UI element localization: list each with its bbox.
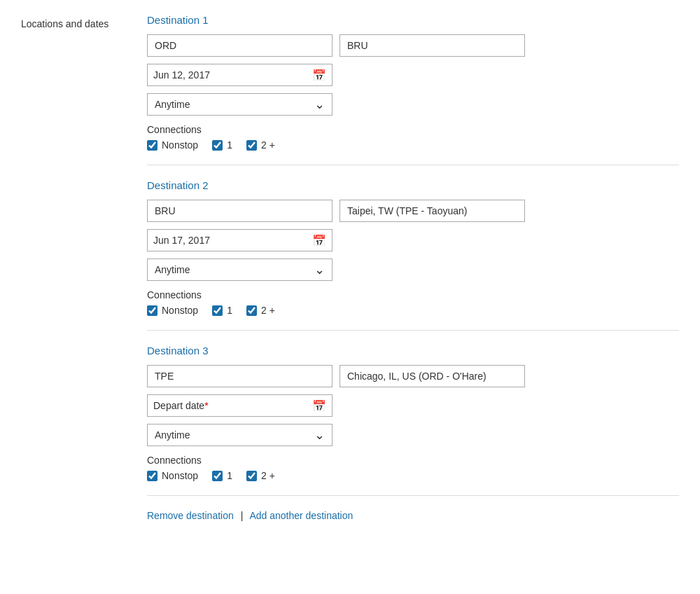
destination-1-nonstop-checkbox[interactable] [147, 140, 158, 151]
remove-destination-link[interactable]: Remove destination [147, 510, 234, 521]
destination-3-twoplus-checkbox[interactable] [246, 471, 257, 481]
destination-1-time-select[interactable]: Anytime ⌄ [147, 93, 332, 116]
destination-3-nonstop-checkbox[interactable] [147, 471, 158, 481]
destination-2-twoplus-checkbox[interactable] [246, 305, 257, 316]
destination-block-3: Destination 3 Depart date* 📅 Anytime ⌄ C… [147, 345, 679, 496]
destination-1-one-checkbox[interactable] [212, 140, 223, 151]
destination-3-twoplus-label: 2 + [261, 470, 275, 481]
destination-3-time-select[interactable]: Anytime ⌄ [147, 424, 332, 446]
destination-1-one[interactable]: 1 [212, 139, 232, 151]
destination-2-time-select[interactable]: Anytime ⌄ [147, 258, 332, 281]
destination-3-one[interactable]: 1 [212, 470, 232, 481]
destination-1-inputs [147, 34, 679, 57]
destination-3-date: Depart date* [153, 400, 312, 411]
destination-2-to[interactable] [340, 200, 525, 222]
destination-1-connections-label: Connections [147, 124, 679, 135]
action-separator: | [241, 510, 244, 521]
page-layout: Locations and dates Destination 1 Jun 12… [21, 14, 679, 521]
destination-1-one-label: 1 [227, 139, 232, 151]
destination-3-title: Destination 3 [147, 345, 679, 357]
destination-1-date-wrap[interactable]: Jun 12, 2017 📅 [147, 64, 332, 86]
destination-3-nonstop-label: Nonstop [162, 470, 198, 481]
destination-2-connections-label: Connections [147, 289, 679, 301]
destination-2-from[interactable] [147, 200, 332, 222]
destination-1-from[interactable] [147, 34, 332, 57]
destination-1-nonstop[interactable]: Nonstop [147, 139, 198, 151]
section-label: Locations and dates [21, 14, 119, 521]
chevron-down-icon-3: ⌄ [314, 427, 325, 443]
destination-3-nonstop[interactable]: Nonstop [147, 470, 198, 481]
destination-1-to[interactable] [340, 34, 525, 57]
destination-2-date-wrap[interactable]: Jun 17, 2017 📅 [147, 229, 332, 251]
destination-2-twoplus-label: 2 + [261, 305, 275, 316]
destination-3-time: Anytime [155, 429, 314, 441]
destination-2-one[interactable]: 1 [212, 305, 232, 316]
destination-2-date: Jun 17, 2017 [153, 235, 312, 246]
destination-3-connections-label: Connections [147, 455, 679, 466]
destinations-container: Destination 1 Jun 12, 2017 📅 Anytime ⌄ C… [147, 14, 679, 521]
destination-1-connections-row: Nonstop 1 2 + [147, 139, 679, 151]
destination-1-nonstop-label: Nonstop [162, 139, 198, 151]
destination-block-2: Destination 2 Jun 17, 2017 📅 Anytime ⌄ C… [147, 179, 679, 331]
destination-1-title: Destination 1 [147, 14, 679, 26]
destination-2-nonstop[interactable]: Nonstop [147, 305, 198, 316]
destination-2-nonstop-label: Nonstop [162, 305, 198, 316]
destination-3-date-wrap[interactable]: Depart date* 📅 [147, 394, 332, 417]
destination-3-one-label: 1 [227, 470, 232, 481]
chevron-down-icon-2: ⌄ [314, 262, 325, 277]
actions-row: Remove destination | Add another destina… [147, 510, 679, 521]
destination-2-nonstop-checkbox[interactable] [147, 305, 158, 316]
destination-2-one-checkbox[interactable] [212, 305, 223, 316]
chevron-down-icon-1: ⌄ [314, 97, 325, 112]
destination-2-time: Anytime [155, 264, 314, 275]
calendar-icon-2[interactable]: 📅 [312, 234, 326, 247]
required-star: * [204, 400, 208, 411]
destination-3-twoplus[interactable]: 2 + [246, 470, 275, 481]
calendar-icon-1[interactable]: 📅 [312, 69, 326, 82]
calendar-icon-3[interactable]: 📅 [312, 399, 326, 413]
destination-1-time: Anytime [155, 99, 314, 110]
destination-2-inputs [147, 200, 679, 222]
destination-2-connections-row: Nonstop 1 2 + [147, 305, 679, 316]
destination-3-to[interactable] [340, 365, 525, 387]
destination-1-twoplus-checkbox[interactable] [246, 140, 257, 151]
destination-3-one-checkbox[interactable] [212, 471, 223, 481]
destination-2-title: Destination 2 [147, 179, 679, 191]
destination-2-twoplus[interactable]: 2 + [246, 305, 275, 316]
destination-2-one-label: 1 [227, 305, 232, 316]
destination-1-date: Jun 12, 2017 [153, 69, 312, 81]
destination-block-1: Destination 1 Jun 12, 2017 📅 Anytime ⌄ C… [147, 14, 679, 165]
destination-3-connections-row: Nonstop 1 2 + [147, 470, 679, 481]
destination-3-inputs [147, 365, 679, 387]
add-destination-link[interactable]: Add another destination [249, 510, 353, 521]
destination-3-from[interactable] [147, 365, 332, 387]
destination-1-twoplus-label: 2 + [261, 139, 275, 151]
destination-1-twoplus[interactable]: 2 + [246, 139, 275, 151]
